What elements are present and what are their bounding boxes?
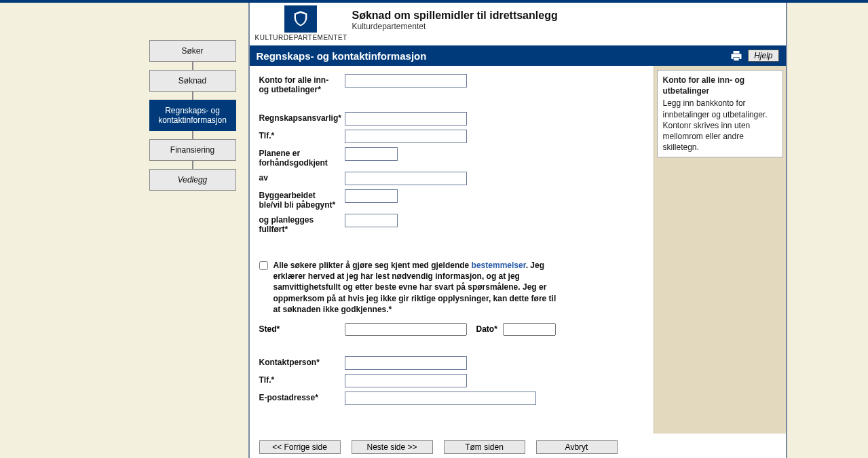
input-regnskapsansvarlig[interactable] bbox=[345, 112, 467, 126]
declaration-pre: Alle søkere plikter å gjøre seg kjent me… bbox=[273, 261, 472, 270]
print-icon[interactable] bbox=[730, 51, 742, 60]
nav-step-soknad[interactable]: Søknad bbox=[149, 70, 236, 92]
wizard-nav: Søker Søknad Regnskaps- og kontaktinform… bbox=[143, 3, 243, 458]
input-planene[interactable] bbox=[345, 147, 398, 161]
section-title: Regnskaps- og kontaktinformasjon bbox=[257, 50, 427, 62]
app-subtitle: Kulturdepartementet bbox=[352, 22, 558, 31]
main-panel: KULTURDEPARTEMENTET Søknad om spillemidl… bbox=[248, 3, 787, 458]
nav-step-vedlegg[interactable]: Vedlegg bbox=[149, 169, 236, 191]
crest-icon bbox=[284, 5, 317, 33]
input-av[interactable] bbox=[345, 172, 467, 185]
declaration-row: Alle søkere plikter å gjøre seg kjent me… bbox=[259, 260, 645, 315]
input-dato[interactable] bbox=[503, 323, 556, 336]
label-sted: Sted* bbox=[259, 324, 345, 334]
help-panel-title: Konto for alle inn- og utbetalinger bbox=[663, 75, 777, 96]
cancel-button[interactable]: Avbryt bbox=[536, 440, 618, 454]
input-epost[interactable] bbox=[345, 392, 536, 405]
label-planene: Planene er forhåndsgodkjent bbox=[259, 147, 345, 168]
declaration-text: Alle søkere plikter å gjøre seg kjent me… bbox=[273, 260, 559, 315]
nav-step-finansiering[interactable]: Finansiering bbox=[149, 139, 236, 161]
input-fullfort[interactable] bbox=[345, 214, 398, 227]
declaration-checkbox[interactable] bbox=[259, 261, 268, 270]
form-area: Konto for alle inn- og utbetalinger* Reg… bbox=[250, 66, 654, 434]
input-sted[interactable] bbox=[345, 323, 467, 336]
label-fullfort: og planlegges fullført* bbox=[259, 214, 345, 234]
label-av: av bbox=[259, 172, 345, 183]
nav-connector bbox=[192, 92, 193, 100]
label-regnskapsansvarlig: Regnskapsansvarlig* bbox=[259, 112, 345, 123]
nav-connector bbox=[192, 62, 193, 70]
prev-button[interactable]: << Forrige side bbox=[259, 440, 341, 454]
help-panel-body: Legg inn bankkonto for innbetalinger og … bbox=[663, 98, 777, 153]
nav-connector bbox=[192, 161, 193, 169]
label-tlf1: Tlf.* bbox=[259, 130, 345, 140]
help-sidebar: Konto for alle inn- og utbetalinger Legg… bbox=[654, 66, 786, 434]
help-panel: Konto for alle inn- og utbetalinger Legg… bbox=[657, 70, 783, 157]
footer-buttons: << Forrige side Neste side >> Tøm siden … bbox=[250, 434, 786, 458]
label-konto: Konto for alle inn- og utbetalinger* bbox=[259, 74, 345, 94]
label-kontaktperson: Kontaktperson* bbox=[259, 356, 345, 367]
input-konto[interactable] bbox=[345, 74, 467, 88]
header: KULTURDEPARTEMENTET Søknad om spillemidl… bbox=[250, 3, 786, 45]
label-dato: Dato* bbox=[476, 324, 497, 334]
label-byggearbeidet: Byggearbeidet ble/vil bli påbegynt* bbox=[259, 189, 345, 210]
help-button[interactable]: Hjelp bbox=[748, 50, 778, 62]
logo-block: KULTURDEPARTEMENTET bbox=[255, 5, 347, 41]
input-tlf1[interactable] bbox=[345, 130, 467, 143]
nav-step-regnskap[interactable]: Regnskaps- og kontaktinformasjon bbox=[149, 100, 236, 131]
next-button[interactable]: Neste side >> bbox=[352, 440, 433, 454]
logo-text: KULTURDEPARTEMENTET bbox=[255, 34, 347, 41]
nav-step-soker[interactable]: Søker bbox=[149, 40, 236, 62]
label-epost: E-postadresse* bbox=[259, 392, 345, 402]
input-tlf2[interactable] bbox=[345, 374, 467, 387]
app-title: Søknad om spillemidler til idrettsanlegg bbox=[352, 9, 558, 22]
bestemmelser-link[interactable]: bestemmelser bbox=[472, 261, 526, 270]
clear-button[interactable]: Tøm siden bbox=[444, 440, 525, 454]
input-kontaktperson[interactable] bbox=[345, 356, 467, 370]
section-bar: Regnskaps- og kontaktinformasjon Hjelp bbox=[250, 45, 786, 66]
nav-connector bbox=[192, 131, 193, 139]
label-tlf2: Tlf.* bbox=[259, 374, 345, 385]
input-byggearbeidet[interactable] bbox=[345, 189, 398, 203]
